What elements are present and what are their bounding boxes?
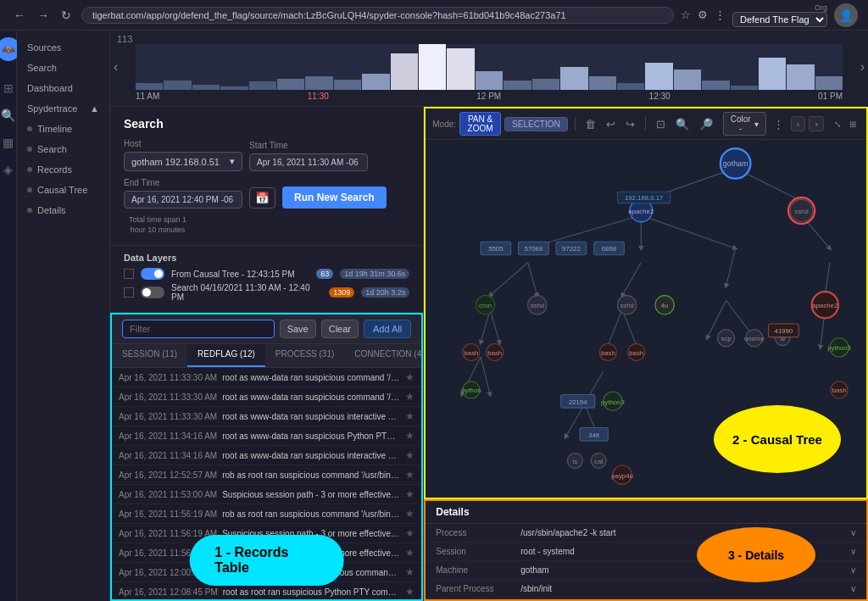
refresh-button[interactable]: ↻ <box>58 7 75 24</box>
tab-connection[interactable]: CONNECTION (4) <box>344 344 421 367</box>
end-time-input[interactable]: Apr 16, 2021 12:40 PM -06 <box>124 191 242 209</box>
record-row[interactable]: Apr 16, 2021 11:34:16 AM root as www-dat… <box>112 426 421 446</box>
search-section: Search Host gotham 192.168.0.51 ▾ Start … <box>110 107 423 246</box>
record-star[interactable]: ★ <box>405 391 415 403</box>
nav-item-details[interactable]: Details <box>17 200 109 220</box>
record-star[interactable]: ★ <box>405 469 415 481</box>
zoom-out-icon[interactable]: 🔎 <box>696 116 716 132</box>
sidebar-icon-search[interactable]: 🔍 <box>1 109 15 122</box>
record-time: Apr 16, 2021 11:33:30 AM <box>119 392 217 402</box>
record-row[interactable]: Apr 16, 2021 11:33:30 AM root as www-dat… <box>112 368 421 387</box>
layer-checkbox-0[interactable] <box>124 269 134 279</box>
timeline-prev[interactable]: ‹ <box>110 59 121 75</box>
zoom-in-icon[interactable]: 🔍 <box>672 116 693 132</box>
record-star[interactable]: ★ <box>405 410 415 422</box>
back-button[interactable]: ← <box>10 7 29 24</box>
tab-process[interactable]: PROCESS (31) <box>265 344 344 367</box>
forward-button[interactable]: → <box>34 7 53 24</box>
delete-icon[interactable]: 🗑 <box>581 116 599 132</box>
spydertrace-header[interactable]: Spydertrace ▲ <box>17 98 109 119</box>
detail-expand-process[interactable]: ∨ <box>850 528 856 537</box>
layer-toggle-0[interactable] <box>141 268 164 280</box>
record-star[interactable]: ★ <box>405 488 415 500</box>
nav-item-sources[interactable]: Sources <box>17 37 109 58</box>
tree-prev-btn[interactable]: ‹ <box>791 116 806 131</box>
browser-ext-icon[interactable]: ⚙ <box>698 8 708 21</box>
record-row[interactable]: Apr 16, 2021 11:34:16 AM root as www-dat… <box>112 446 421 465</box>
record-row[interactable]: Apr 16, 2021 11:56:22 AM Suspicious sess… <box>112 543 421 563</box>
run-search-button[interactable]: Run New Search <box>282 186 387 209</box>
search-row: Host gotham 192.168.0.51 ▾ Start Time Ap… <box>124 139 409 235</box>
color-button[interactable]: Color - ▾ <box>723 112 766 136</box>
filter-input[interactable] <box>122 320 275 338</box>
sidebar-icon-sources[interactable]: ⊞ <box>3 81 14 95</box>
more-options-icon[interactable]: ⋮ <box>770 116 787 132</box>
sidebar-icon-spydertrace[interactable]: ◈ <box>3 163 13 176</box>
browser-toolbar: ← → ↻ ☆ ⚙ ⋮ Org Defend The Flag 👤 <box>0 0 868 31</box>
record-star[interactable]: ★ <box>405 508 415 520</box>
layer-row-1: Search 04/16/2021 11:30 AM - 12:40 PM 13… <box>124 283 409 302</box>
layer-toggle-1[interactable] <box>141 287 164 298</box>
detail-key-parent: Parent Process <box>436 584 520 593</box>
nav-item-dashboard[interactable]: Dashboard <box>17 78 109 98</box>
nav-item-causal-tree[interactable]: Causal Tree <box>17 180 109 200</box>
record-row[interactable]: Apr 16, 2021 12:52:57 AM rob as root ran… <box>112 465 421 485</box>
detail-expand-session[interactable]: ∨ <box>850 547 856 556</box>
record-star[interactable]: ★ <box>405 547 415 559</box>
record-row[interactable]: Apr 16, 2021 12:00:42 PM penguin as peng… <box>112 563 421 582</box>
browser-star-icon[interactable]: ☆ <box>681 8 691 21</box>
avatar[interactable]: 👤 <box>834 3 858 27</box>
record-row[interactable]: Apr 16, 2021 11:56:19 AM Suspicious sess… <box>112 524 421 543</box>
selection-btn[interactable]: SELECTION <box>504 117 568 131</box>
nav-item-records[interactable]: Records <box>17 159 109 180</box>
nav-item-timeline[interactable]: Timeline <box>17 119 109 139</box>
record-row[interactable]: Apr 16, 2021 11:33:30 AM root as www-dat… <box>112 387 421 407</box>
svg-text:5505: 5505 <box>488 245 503 253</box>
redo-icon[interactable]: ↪ <box>622 116 638 132</box>
record-time: Apr 16, 2021 12:08:45 PM <box>119 587 218 597</box>
layer-checkbox-1[interactable] <box>124 287 134 298</box>
record-star[interactable]: ★ <box>405 527 415 539</box>
calendar-button[interactable]: 📅 <box>249 187 275 209</box>
svg-text:97222: 97222 <box>562 245 581 253</box>
record-row[interactable]: Apr 16, 2021 11:56:19 AM rob as root ran… <box>112 504 421 524</box>
expand-icon[interactable]: ⤡ <box>831 118 844 131</box>
tree-next-btn[interactable]: › <box>809 116 824 131</box>
record-time: Apr 16, 2021 11:56:22 AM <box>119 548 217 558</box>
search-nav-label: Search <box>27 63 57 73</box>
url-bar[interactable] <box>81 7 674 24</box>
record-row[interactable]: Apr 16, 2021 12:08:45 PM root as root ra… <box>112 582 421 599</box>
record-row[interactable]: Apr 16, 2021 11:53:00 AM Suspicious sess… <box>112 485 421 504</box>
record-row[interactable]: Apr 16, 2021 11:33:30 AM root as www-dat… <box>112 407 421 426</box>
layer-time-1: 1d 20h 3.2s <box>361 287 409 298</box>
detail-val-machine: gotham <box>520 565 850 575</box>
org-select[interactable]: Defend The Flag <box>732 12 827 27</box>
mode-label: Mode: <box>432 120 456 129</box>
detail-expand-machine[interactable]: ∨ <box>850 565 856 575</box>
start-time-input[interactable]: Apr 16, 2021 11:30 AM -06 <box>249 153 368 171</box>
popout-icon[interactable]: ⊞ <box>846 118 860 131</box>
record-time: Apr 16, 2021 11:56:19 AM <box>119 509 217 519</box>
nav-item-search-sub[interactable]: Search <box>17 139 109 159</box>
tab-redflag[interactable]: REDFLAG (12) <box>187 344 265 367</box>
sidebar-icon-dashboard[interactable]: ▦ <box>3 136 14 149</box>
record-star[interactable]: ★ <box>405 449 415 461</box>
add-all-button[interactable]: Add All <box>364 320 411 338</box>
search-sub-dot <box>27 147 32 152</box>
detail-expand-parent[interactable]: ∨ <box>850 584 856 593</box>
record-star[interactable]: ★ <box>405 566 415 578</box>
save-button[interactable]: Save <box>280 320 316 338</box>
record-star[interactable]: ★ <box>405 430 415 442</box>
record-star[interactable]: ★ <box>405 586 415 598</box>
host-select[interactable]: gotham 192.168.0.51 ▾ <box>124 152 242 171</box>
nav-item-search[interactable]: Search <box>17 58 109 78</box>
timeline-next[interactable]: › <box>857 59 868 75</box>
undo-icon[interactable]: ↩ <box>603 116 619 132</box>
clear-button[interactable]: Clear <box>321 320 359 338</box>
tree-content[interactable]: gotham apache2 5505 57088 <box>426 140 866 498</box>
browser-menu-icon[interactable]: ⋮ <box>715 8 726 21</box>
record-star[interactable]: ★ <box>405 371 415 383</box>
tab-session[interactable]: SESSION (11) <box>112 344 187 367</box>
pan-zoom-btn[interactable]: PAN & ZOOM <box>459 112 501 136</box>
fit-icon[interactable]: ⊡ <box>653 116 669 132</box>
